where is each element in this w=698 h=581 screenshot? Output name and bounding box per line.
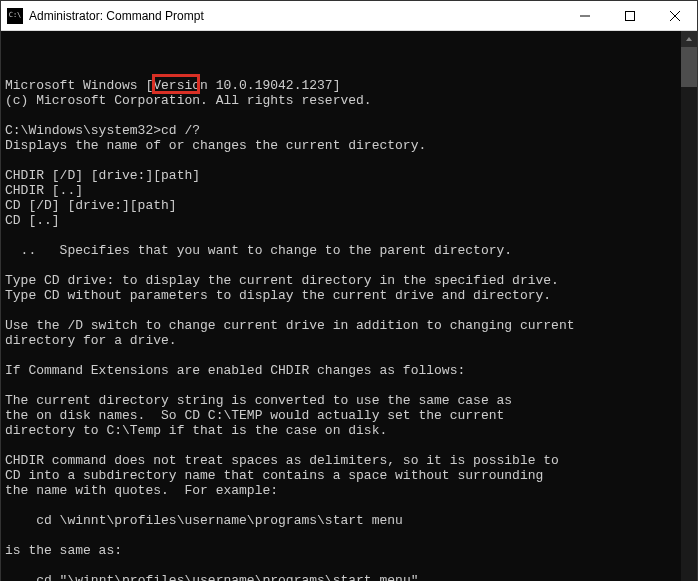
terminal-line: Displays the name of or changes the curr… [5,138,677,153]
cmd-icon: C:\ [7,8,23,24]
terminal-line: CD into a subdirectory name that contain… [5,468,677,483]
terminal-line: CD [/D] [drive:][path] [5,198,677,213]
terminal-line: C:\Windows\system32>cd /? [5,123,677,138]
svg-rect-1 [625,11,634,20]
terminal-line: directory for a drive. [5,333,677,348]
minimize-button[interactable] [562,1,607,30]
terminal-output[interactable]: Microsoft Windows [Version 10.0.19042.12… [1,31,681,581]
terminal-line [5,108,677,123]
terminal-line: (c) Microsoft Corporation. All rights re… [5,93,677,108]
terminal-line: Type CD drive: to display the current di… [5,273,677,288]
terminal-line: CHDIR command does not treat spaces as d… [5,453,677,468]
titlebar[interactable]: C:\ Administrator: Command Prompt [1,1,697,31]
terminal-line: If Command Extensions are enabled CHDIR … [5,363,677,378]
terminal-line: directory to C:\Temp if that is the case… [5,423,677,438]
terminal-line: the on disk names. So CD C:\TEMP would a… [5,408,677,423]
terminal-line [5,558,677,573]
terminal-line [5,438,677,453]
scrollbar-thumb[interactable] [681,47,697,87]
terminal-line: Use the /D switch to change current driv… [5,318,677,333]
terminal-line: cd \winnt\profiles\username\programs\sta… [5,513,677,528]
window-controls [562,1,697,30]
terminal-line: CD [..] [5,213,677,228]
terminal-line: Microsoft Windows [Version 10.0.19042.12… [5,78,677,93]
command-prompt-window: C:\ Administrator: Command Prompt Micros… [0,0,698,581]
terminal-line [5,378,677,393]
content-area: Microsoft Windows [Version 10.0.19042.12… [1,31,697,581]
terminal-line: CHDIR [..] [5,183,677,198]
terminal-line: CHDIR [/D] [drive:][path] [5,168,677,183]
terminal-line: Type CD without parameters to display th… [5,288,677,303]
terminal-line [5,348,677,363]
terminal-line [5,153,677,168]
terminal-line [5,528,677,543]
terminal-line: The current directory string is converte… [5,393,677,408]
maximize-button[interactable] [607,1,652,30]
window-title: Administrator: Command Prompt [29,9,562,23]
terminal-line: cd "\winnt\profiles\username\programs\st… [5,573,677,581]
terminal-line: is the same as: [5,543,677,558]
close-button[interactable] [652,1,697,30]
terminal-line: the name with quotes. For example: [5,483,677,498]
terminal-line [5,258,677,273]
terminal-line [5,228,677,243]
terminal-line [5,303,677,318]
scroll-up-button[interactable] [681,31,697,47]
terminal-line: .. Specifies that you want to change to … [5,243,677,258]
vertical-scrollbar[interactable] [681,31,697,581]
terminal-line [5,498,677,513]
